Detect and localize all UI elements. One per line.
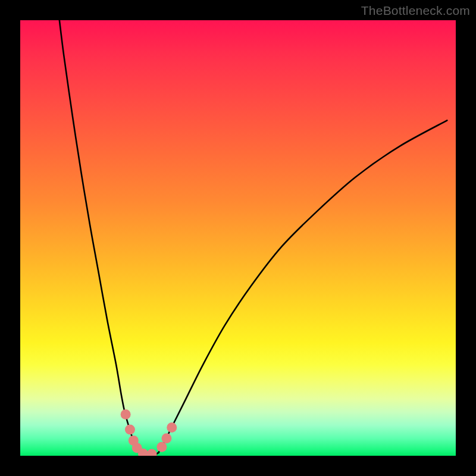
data-marker [125,425,135,435]
data-marker [161,433,171,443]
plot-area [20,20,456,456]
chart-frame: TheBottleneck.com [0,0,476,476]
data-marker [121,409,131,419]
data-marker [156,442,167,452]
watermark-text: TheBottleneck.com [361,4,470,18]
chart-svg [20,20,456,456]
bottleneck-curve [60,20,447,456]
data-marker [147,449,157,456]
curve-lines [60,20,447,456]
data-marker [167,422,177,433]
